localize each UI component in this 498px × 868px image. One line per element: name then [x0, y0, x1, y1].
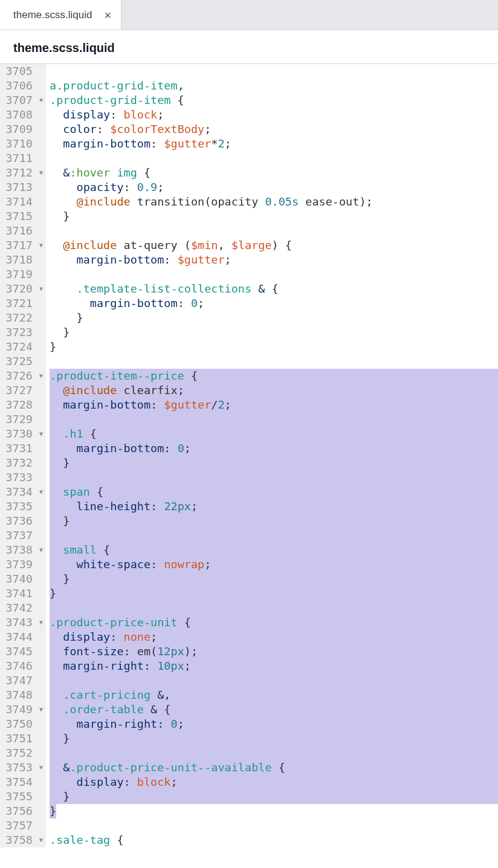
fold-toggle-icon[interactable]: ▼: [36, 93, 46, 108]
line-number: 3705: [0, 64, 35, 79]
code-line[interactable]: [50, 64, 498, 79]
code-line[interactable]: [50, 151, 498, 166]
line-number: 3729: [0, 412, 35, 427]
code-line[interactable]: }: [50, 804, 498, 818]
code-line[interactable]: }: [50, 325, 498, 340]
code-line[interactable]: .product-item--price {: [50, 369, 498, 383]
fold-toggle-icon: [36, 209, 46, 224]
code-line[interactable]: margin-bottom: 0;: [50, 296, 498, 311]
fold-toggle-icon: [36, 775, 46, 789]
line-number: 3718: [0, 253, 35, 267]
code-line[interactable]: }: [50, 311, 498, 325]
code-line[interactable]: .order-table & {: [50, 702, 498, 717]
code-line[interactable]: }: [50, 209, 498, 224]
fold-toggle-icon: [36, 296, 46, 311]
fold-toggle-icon[interactable]: ▼: [36, 369, 46, 383]
code-line[interactable]: [50, 412, 498, 427]
code-line[interactable]: }: [50, 514, 498, 528]
code-line[interactable]: [50, 818, 498, 833]
code-line[interactable]: .product-price-unit {: [50, 615, 498, 630]
code-line[interactable]: }: [50, 340, 498, 354]
line-number: 3741: [0, 586, 35, 601]
line-number: 3726: [0, 369, 35, 383]
code-line[interactable]: margin-bottom: $gutter*2;: [50, 137, 498, 151]
code-line[interactable]: .h1 {: [50, 427, 498, 441]
code-line[interactable]: margin-bottom: 0;: [50, 441, 498, 456]
line-number: 3714: [0, 195, 35, 209]
close-icon[interactable]: ×: [104, 9, 111, 21]
fold-toggle-icon[interactable]: ▼: [36, 833, 46, 847]
code-line[interactable]: a.product-grid-item,: [50, 79, 498, 93]
line-number: 3713: [0, 180, 35, 195]
code-line[interactable]: .product-grid-item {: [50, 93, 498, 108]
line-number: 3733: [0, 470, 35, 485]
line-number: 3707: [0, 93, 35, 108]
code-line[interactable]: [50, 528, 498, 543]
fold-toggle-icon[interactable]: ▼: [36, 282, 46, 296]
code-line[interactable]: [50, 601, 498, 615]
code-line[interactable]: display: block;: [50, 775, 498, 789]
code-line[interactable]: font-size: em(12px);: [50, 644, 498, 659]
fold-column: ▼▼▼▼▼▼▼▼▼▼▼▼: [36, 64, 46, 847]
code-line[interactable]: margin-bottom: $gutter;: [50, 253, 498, 267]
line-number: 3750: [0, 717, 35, 731]
line-number: 3734: [0, 485, 35, 499]
code-editor[interactable]: 3705370637073708370937103711371237133714…: [0, 63, 498, 847]
fold-toggle-icon: [36, 630, 46, 644]
code-line[interactable]: [50, 673, 498, 688]
fold-toggle-icon: [36, 514, 46, 528]
filename: theme.scss.liquid: [13, 41, 115, 54]
code-line[interactable]: @include clearfix;: [50, 383, 498, 398]
code-line[interactable]: }: [50, 456, 498, 470]
code-line[interactable]: .template-list-collections & {: [50, 282, 498, 296]
line-number: 3752: [0, 746, 35, 760]
line-number: 3757: [0, 818, 35, 833]
fold-toggle-icon[interactable]: ▼: [36, 238, 46, 253]
code-line[interactable]: display: block;: [50, 108, 498, 122]
code-line[interactable]: }: [50, 789, 498, 804]
fold-toggle-icon: [36, 731, 46, 746]
fold-toggle-icon[interactable]: ▼: [36, 760, 46, 775]
code-line[interactable]: span {: [50, 485, 498, 499]
code-line[interactable]: small {: [50, 543, 498, 557]
code-line[interactable]: display: none;: [50, 630, 498, 644]
fold-toggle-icon: [36, 412, 46, 427]
code-line[interactable]: @include transition(opacity 0.05s ease-o…: [50, 195, 498, 209]
fold-toggle-icon[interactable]: ▼: [36, 166, 46, 180]
code-line[interactable]: .cart-pricing &,: [50, 688, 498, 702]
fold-toggle-icon[interactable]: ▼: [36, 543, 46, 557]
fold-toggle-icon[interactable]: ▼: [36, 615, 46, 630]
code-line[interactable]: margin-right: 0;: [50, 717, 498, 731]
code-line[interactable]: &.product-price-unit--available {: [50, 760, 498, 775]
code-line[interactable]: [50, 224, 498, 238]
code-line[interactable]: }: [50, 731, 498, 746]
fold-toggle-icon[interactable]: ▼: [36, 485, 46, 499]
fold-toggle-icon: [36, 253, 46, 267]
fold-toggle-icon: [36, 383, 46, 398]
fold-toggle-icon[interactable]: ▼: [36, 427, 46, 441]
code-line[interactable]: [50, 470, 498, 485]
file-tab[interactable]: theme.scss.liquid ×: [0, 0, 121, 30]
code-line[interactable]: }: [50, 586, 498, 601]
code-line[interactable]: [50, 354, 498, 369]
code-line[interactable]: margin-bottom: $gutter/2;: [50, 398, 498, 412]
fold-toggle-icon[interactable]: ▼: [36, 702, 46, 717]
fold-toggle-icon: [36, 659, 46, 673]
line-number: 3709: [0, 122, 35, 137]
code-line[interactable]: &:hover img {: [50, 166, 498, 180]
code-line[interactable]: .sale-tag {: [50, 833, 498, 847]
fold-toggle-icon: [36, 398, 46, 412]
code-line[interactable]: line-height: 22px;: [50, 499, 498, 514]
code-line[interactable]: color: $colorTextBody;: [50, 122, 498, 137]
code-line[interactable]: @include at-query ($min, $large) {: [50, 238, 498, 253]
code-line[interactable]: white-space: nowrap;: [50, 557, 498, 572]
fold-toggle-icon: [36, 644, 46, 659]
code-line[interactable]: margin-right: 10px;: [50, 659, 498, 673]
code-line[interactable]: }: [50, 572, 498, 586]
code-line[interactable]: [50, 267, 498, 282]
code-area[interactable]: a.product-grid-item,.product-grid-item {…: [46, 64, 498, 847]
line-number: 3738: [0, 543, 35, 557]
code-line[interactable]: opacity: 0.9;: [50, 180, 498, 195]
line-number: 3751: [0, 731, 35, 746]
code-line[interactable]: [50, 746, 498, 760]
